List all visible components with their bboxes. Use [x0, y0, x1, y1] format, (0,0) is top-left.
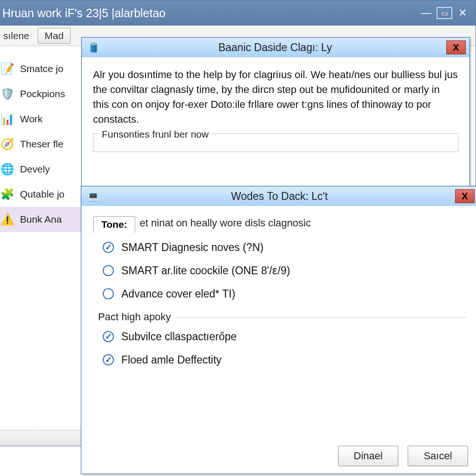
dialog-baanic: 🛢️ Baanic Daside Clagı: Ly X Alr you dos…: [81, 37, 470, 209]
dialog-wodes: 💻 Wodes To Dack: Lc't X Tone: et ninat o…: [81, 186, 476, 474]
dialog2-title: Wodes To Dack: Lc't: [104, 190, 455, 203]
divider: [177, 317, 466, 317]
tab-tone[interactable]: Tone:: [93, 216, 135, 233]
tab-description: et ninat on heally wore disls clagnosic: [140, 217, 311, 233]
radio-icon[interactable]: [103, 265, 114, 276]
toolbar-btn-1[interactable]: sılene: [0, 28, 36, 43]
dialog1-close-button[interactable]: X: [446, 40, 466, 54]
dialog2-close-button[interactable]: X: [455, 189, 475, 203]
sidebar-icon-6: ⚠️: [0, 212, 14, 226]
sidebar-label-0: Smatce jo: [20, 63, 63, 74]
cancel-button[interactable]: Saıcel: [408, 446, 468, 466]
computer-icon: 💻: [87, 190, 99, 202]
diag-option-2[interactable]: Advance cover eled* TI): [93, 282, 466, 305]
sidebar-label-2: Work: [20, 113, 43, 125]
main-title: Hruan work iF's 23|5 |alarbletao: [2, 7, 416, 20]
sidebar-icon-2: 📊: [0, 112, 14, 126]
main-titlebar: Hruan work iF's 23|5 |alarbletao — ▭ ✕: [0, 0, 476, 26]
diag-label-0: SMART Diagnesic noves (?N): [121, 241, 264, 254]
dialog1-text: Alr you dosıntime to the help by for cla…: [93, 67, 458, 127]
diag-label-2: Advance cover eled* TI): [121, 288, 235, 300]
checkmark-icon[interactable]: [103, 354, 114, 365]
pact-option-1[interactable]: Floed amle Deffectity: [93, 348, 466, 371]
pact-option-0[interactable]: Subvilce cllaspactıerőpe: [93, 325, 466, 348]
checkmark-icon[interactable]: [103, 331, 114, 342]
diag-option-0[interactable]: SMART Diagnesic noves (?N): [93, 236, 466, 259]
pact-label-1: Floed amle Deffectity: [121, 354, 222, 366]
minimize-button[interactable]: —: [418, 7, 435, 20]
dialog2-titlebar[interactable]: 💻 Wodes To Dack: Lc't X: [81, 186, 476, 206]
sidebar-icon-1: 🛡️: [0, 87, 14, 101]
dialog1-title: Baanic Daside Clagı: Ly: [104, 41, 446, 54]
section2-header: Pact high apoky: [98, 311, 171, 323]
close-button[interactable]: ✕: [454, 7, 471, 20]
sidebar-icon-3: 🧭: [0, 137, 14, 151]
diag-label-1: SMART ar.lite coockile (ONE 8'/ɛ/9): [121, 264, 290, 277]
sidebar-label-1: Pockpions: [20, 88, 65, 99]
toolbar-btn-2[interactable]: Mad: [38, 28, 71, 44]
diag-option-1[interactable]: SMART ar.lite coockile (ONE 8'/ɛ/9): [93, 259, 466, 282]
sidebar-icon-4: 🌐: [0, 162, 14, 176]
sidebar-icon-5: 🧩: [0, 187, 14, 201]
database-icon: 🛢️: [87, 41, 99, 53]
pact-label-0: Subvilce cllaspactıerőpe: [121, 331, 237, 343]
radio-icon[interactable]: [103, 288, 114, 299]
sidebar-label-4: Devely: [20, 164, 50, 175]
sidebar-label-3: Theser fle: [20, 139, 63, 150]
groupbox-legend: Funsonties frunl ber now: [99, 127, 212, 141]
dialog1-groupbox: Funsonties frunl ber now: [93, 133, 458, 152]
ok-button[interactable]: Dinael: [338, 446, 398, 466]
sidebar-label-6: Bunk Ana: [20, 214, 62, 225]
dialog1-titlebar[interactable]: 🛢️ Baanic Daside Clagı: Ly X: [82, 38, 469, 57]
sidebar-label-5: Qutable jo: [20, 189, 65, 200]
checkmark-icon[interactable]: [103, 242, 114, 253]
maximize-button[interactable]: ▭: [436, 7, 452, 19]
sidebar-icon-0: 📝: [0, 62, 14, 76]
